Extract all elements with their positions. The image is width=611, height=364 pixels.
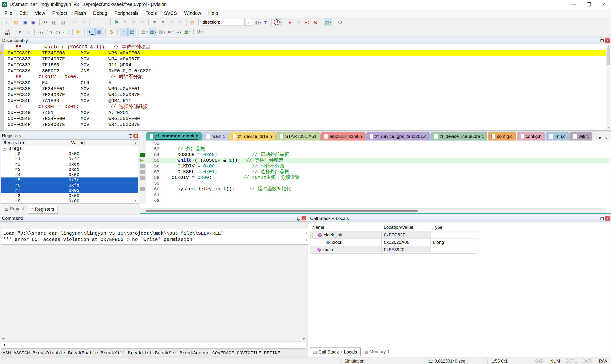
scroll-right-icon[interactable]: ▶ bbox=[303, 337, 305, 340]
register-row[interactable]: r20xec bbox=[1, 162, 138, 167]
pin-icon[interactable] bbox=[297, 217, 300, 220]
step-into-icon[interactable]: {↓} bbox=[37, 28, 45, 36]
disassembly-line[interactable]: 57: CLKSEL = 0x01; // 选择外部晶振 bbox=[4, 104, 606, 110]
step-out-icon[interactable]: {↑} bbox=[54, 28, 62, 36]
scroll-left-icon[interactable]: ◀ bbox=[2, 337, 4, 340]
disassembly-line[interactable]: 0xFFC8427E24007EMOVWR4,#0x007E bbox=[4, 92, 606, 98]
insert-breakpoint-icon[interactable]: ● bbox=[286, 18, 294, 26]
open-file-icon[interactable]: ▤ bbox=[12, 18, 20, 26]
tab-registers[interactable]: ≡Registers bbox=[28, 205, 58, 213]
callstack-row[interactable]: −clock_init0xFFC82F bbox=[310, 231, 478, 239]
column-type[interactable]: Type bbox=[430, 223, 478, 231]
menu-edit[interactable]: Edit bbox=[16, 10, 31, 17]
incremental-find-icon[interactable]: ▼ bbox=[261, 18, 270, 26]
menu-svcs[interactable]: SVCS bbox=[161, 10, 180, 17]
chevron-down-icon[interactable]: ▾ bbox=[280, 21, 282, 24]
new-file-icon[interactable]: □ bbox=[4, 18, 12, 26]
column-location[interactable]: Location/Value bbox=[381, 223, 431, 231]
disassembly-line[interactable]: 0xFFC8337E24007EMOVWR4,#0x007E bbox=[4, 56, 606, 62]
memory-window-icon[interactable]: ▦▾ bbox=[149, 28, 157, 36]
disassembly-line[interactable]: 0xFFC84B7E34FE00MOVWR6,#0xFE00 bbox=[4, 116, 606, 122]
register-row[interactable]: r90x00 bbox=[1, 198, 138, 204]
column-name[interactable]: Name bbox=[310, 223, 381, 231]
toolbox-icon[interactable]: ⚒▾ bbox=[196, 28, 204, 36]
scroll-thumb[interactable] bbox=[607, 48, 610, 65]
redo-icon[interactable]: ↷ bbox=[80, 18, 88, 26]
register-row[interactable]: r10xff bbox=[1, 156, 138, 162]
disassembly-line[interactable]: 0xFFC83DE4CLRA bbox=[4, 80, 606, 86]
tab-zf-device-gps-tau1201-c[interactable]: zf_device_gps_tau1201.c bbox=[366, 132, 430, 141]
register-row[interactable]: r60xfe bbox=[1, 183, 138, 188]
search-next-icon[interactable]: ▥ bbox=[253, 18, 261, 26]
system-viewer-icon[interactable]: ▦▾ bbox=[183, 28, 191, 36]
tab-imu-c[interactable]: imu.c bbox=[545, 132, 569, 141]
code-line[interactable]: 57 CLKSEL = 0x01; // 选择外部晶振 bbox=[140, 169, 611, 175]
callstack-name-cell[interactable]: clock bbox=[310, 238, 381, 246]
save-icon[interactable]: ▣ bbox=[21, 18, 29, 26]
menu-view[interactable]: View bbox=[31, 10, 49, 17]
forward-icon[interactable]: → bbox=[100, 18, 109, 26]
scroll-down-icon[interactable]: ▼ bbox=[134, 198, 138, 203]
run-to-cursor-icon[interactable]: {→} bbox=[62, 28, 70, 36]
code-line[interactable]: 59 bbox=[140, 181, 611, 186]
serial-window-icon[interactable]: ▥▾ bbox=[158, 28, 166, 36]
run-icon[interactable]: ▼ bbox=[16, 28, 24, 36]
close-icon[interactable]: x bbox=[605, 39, 610, 43]
menu-window[interactable]: Window bbox=[180, 10, 205, 17]
chevron-down-icon[interactable]: ▾ bbox=[163, 30, 165, 34]
tree-collapse-icon[interactable]: − bbox=[312, 233, 316, 237]
copy-icon[interactable]: ▥ bbox=[50, 18, 58, 26]
close-button[interactable]: × bbox=[596, 0, 611, 9]
tab-zf-device-imu660ra-c[interactable]: zf_device_imu660ra.c bbox=[431, 132, 487, 141]
editor-hscrollbar[interactable] bbox=[140, 208, 606, 213]
disassembly-line[interactable]: 0xFFC8377E1BB0MOVR11,@DR4 bbox=[4, 62, 606, 68]
callstack-row[interactable]: main0xFF3920 bbox=[310, 246, 478, 254]
register-row[interactable]: r50x7e bbox=[1, 178, 138, 183]
disable-all-breakpoints-icon[interactable]: ◎ bbox=[303, 18, 311, 26]
tab-project[interactable]: ▤Project bbox=[1, 205, 27, 213]
pin-icon[interactable] bbox=[600, 39, 604, 42]
chevron-down-icon[interactable]: ▾ bbox=[146, 30, 148, 34]
tab-config-h[interactable]: config.h bbox=[517, 132, 545, 141]
callstack-row[interactable]: clock0x02625A00ulong bbox=[310, 239, 478, 246]
tree-collapse-icon[interactable]: − bbox=[3, 147, 6, 151]
disassembly-line[interactable]: 0xFFC8467A1BB0MOV@DR4,R11 bbox=[4, 98, 606, 104]
back-icon[interactable]: ← bbox=[92, 18, 100, 26]
disassembly-line[interactable]: 0xFFC83E7E34FE01MOVWR6,#0xFE01 bbox=[4, 86, 606, 92]
toggle-breakpoint-icon[interactable]: ○ bbox=[295, 18, 303, 26]
pin-icon[interactable] bbox=[600, 217, 604, 220]
code-line[interactable]: 55 while (!(XOSCCR & 1)); // 等待时钟稳定 bbox=[140, 158, 611, 163]
command-hscrollbar[interactable]: ◀▶ bbox=[1, 336, 306, 341]
close-icon[interactable]: x bbox=[605, 216, 610, 221]
close-icon[interactable]: x bbox=[301, 216, 306, 221]
tab-zf-common-clock-c[interactable]: zf_common_clock.c bbox=[146, 132, 202, 141]
reset-icon[interactable]: ↺RST bbox=[4, 28, 12, 36]
disassembly-line[interactable]: 0xFFC82F7E34FE03MOVWR6,#0xFE03 bbox=[4, 50, 606, 56]
register-row[interactable]: −Bregs bbox=[1, 146, 138, 151]
disassembly-line[interactable]: 0xFFC8497401MOVA,#0x01 bbox=[4, 110, 606, 116]
indent-icon[interactable]: ≡ bbox=[150, 18, 159, 26]
menu-help[interactable]: Help bbox=[205, 10, 222, 17]
disassembly-line[interactable]: 56: CLKDIV = 0x00; // 时钟不分频 bbox=[4, 74, 606, 80]
code-line[interactable]: 56 CLKDIV = 0x00; // 时钟不分频 bbox=[140, 163, 611, 169]
callstack-name-cell[interactable]: main bbox=[310, 246, 381, 254]
menu-flash[interactable]: Flash bbox=[71, 10, 90, 17]
symbols-window-icon[interactable]: S bbox=[108, 28, 116, 36]
command-output[interactable]: Load "D:\\smart_car_lingyun\\lingyun_v3_… bbox=[1, 229, 308, 245]
watch-window-icon[interactable]: ▤▾ bbox=[140, 28, 149, 36]
chevron-down-icon[interactable]: ▾ bbox=[155, 30, 156, 34]
grep-icon[interactable]: d▾ bbox=[274, 18, 282, 26]
close-icon[interactable]: x bbox=[134, 134, 138, 138]
tab-start251-a51[interactable]: START251.A51 bbox=[276, 132, 320, 141]
tab-memory-1[interactable]: ▦Memory 1 bbox=[361, 348, 393, 356]
find-in-files-icon[interactable]: ▤ bbox=[188, 18, 196, 26]
show-next-statement-icon[interactable] bbox=[74, 28, 83, 36]
kill-all-breakpoints-icon[interactable]: ⊗ bbox=[312, 18, 320, 26]
minimize-button[interactable]: — bbox=[567, 0, 581, 9]
tab-call-stack-locals[interactable]: ▤Call Stack + Locals bbox=[310, 348, 361, 356]
scroll-up-icon[interactable]: ▲ bbox=[305, 230, 307, 236]
registers-window-icon[interactable]: ≡ bbox=[120, 28, 128, 36]
configure-wrench-icon[interactable]: ⚙ bbox=[336, 18, 344, 26]
callstack-window-icon[interactable]: ▤ bbox=[128, 28, 136, 36]
tab-main-c[interactable]: main.c bbox=[203, 132, 229, 141]
